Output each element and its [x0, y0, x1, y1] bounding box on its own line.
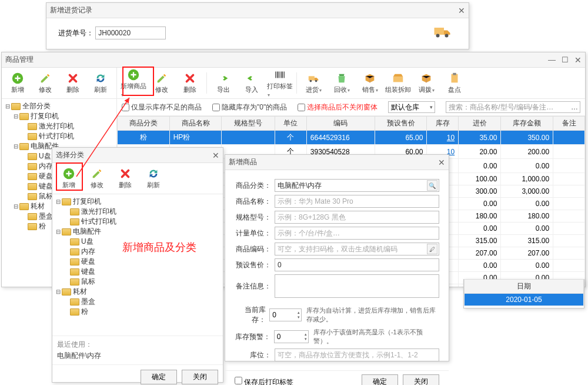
maximize-icon[interactable]: ☐	[562, 55, 569, 65]
refresh-icon	[94, 72, 107, 85]
recent-label: 最近使用：	[57, 340, 218, 350]
col-header[interactable]: 备注	[553, 117, 585, 131]
folder-icon	[19, 113, 29, 120]
delete-icon	[119, 167, 132, 180]
edit-button[interactable]: 修改	[149, 70, 175, 96]
toggle-icon[interactable]: ⊟	[12, 203, 19, 210]
col-header[interactable]: 商品名称	[169, 117, 222, 131]
transfer-button[interactable]: 调拨	[413, 70, 439, 96]
close-icon[interactable]: ✕	[438, 158, 445, 167]
folder-icon	[11, 103, 21, 110]
close-icon[interactable]: ✕	[212, 151, 219, 160]
refresh-button[interactable]: 刷新	[88, 70, 113, 96]
toggle-icon[interactable]: ⊟	[4, 103, 11, 109]
order-no-input[interactable]: JH000020	[95, 26, 166, 39]
folder-icon	[70, 218, 79, 225]
tree-node[interactable]: ⊟打复印机	[55, 197, 220, 207]
col-header[interactable]: 单位	[275, 117, 307, 131]
warehouse-select[interactable]: 默认仓库	[388, 101, 435, 113]
stock-in-icon	[307, 72, 320, 85]
save-print-cb[interactable]: 保存后打印标签	[235, 377, 293, 386]
edit-button[interactable]: 修改	[33, 70, 58, 96]
recycle-button[interactable]: 回收	[329, 70, 355, 96]
date-value[interactable]: 2020-01-05	[465, 294, 584, 306]
truck-icon	[427, 21, 457, 42]
col-header[interactable]: 库存	[427, 117, 459, 131]
tree-node[interactable]: 激光打印机	[55, 207, 220, 217]
folder-icon	[28, 223, 37, 230]
toggle-icon[interactable]: ⊟	[55, 228, 62, 235]
close-button[interactable]: 关闭	[403, 374, 439, 385]
stock-in-button[interactable]: 进货	[300, 70, 326, 96]
folder-icon	[70, 208, 79, 215]
tree-node[interactable]: 针式打印机	[55, 217, 220, 227]
tree-node[interactable]: 鼠标	[55, 277, 220, 287]
refresh-button[interactable]: 刷新	[141, 165, 166, 191]
col-header[interactable]: 编码	[306, 117, 375, 131]
toggle-icon[interactable]: ⊟	[55, 198, 62, 205]
unit-input[interactable]: 示例：个/台/件/盒…	[275, 227, 439, 240]
assemble-button[interactable]: 组装拆卸	[385, 70, 411, 96]
ok-button[interactable]: 确定	[362, 374, 398, 385]
cb-lowstock[interactable]: 仅显示库存不足的商品	[122, 102, 202, 112]
cb-keepopen[interactable]: 选择商品后不关闭窗体	[298, 102, 377, 112]
add-button[interactable]: 新增	[56, 165, 82, 191]
code-input[interactable]: 可空，支持扫码枪，双击生成随机编码🖊	[275, 243, 439, 255]
stock-spinner[interactable]: 0	[269, 308, 302, 321]
add-product-window: 新增商品 ✕ 商品分类： 电脑配件\内存🔍 商品名称： 示例：华为 Mate 3…	[225, 154, 449, 361]
cb-hidezero[interactable]: 隐藏库存为"0"的商品	[212, 102, 287, 112]
edit-button[interactable]: 修改	[84, 165, 110, 191]
tree-node[interactable]: 粉	[55, 307, 220, 317]
tree-node[interactable]: 激光打印机	[4, 121, 114, 131]
add-button[interactable]: 新增	[5, 70, 31, 96]
toggle-icon[interactable]: ⊟	[55, 288, 62, 295]
stock-link[interactable]: 10	[447, 134, 455, 142]
folder-icon	[28, 153, 37, 160]
tree-node[interactable]: ⊟打复印机	[4, 111, 114, 121]
spec-input[interactable]: 示例：8G+128G 黑色	[275, 211, 439, 224]
inventory-button[interactable]: 盘点	[442, 70, 467, 96]
import-button[interactable]: 导入	[239, 70, 265, 96]
alert-spinner[interactable]: 0	[274, 330, 309, 343]
col-header[interactable]: 进价	[459, 117, 501, 131]
tree-node[interactable]: ⊟耗材	[55, 287, 220, 297]
close-button[interactable]: 关闭	[182, 370, 218, 384]
refresh-icon	[147, 167, 160, 180]
col-header[interactable]: 商品分类	[118, 117, 170, 131]
tree-node[interactable]: ⊟全部分类	[4, 101, 114, 111]
close-icon[interactable]: ✕	[574, 55, 582, 65]
tree-node[interactable]: 键盘	[55, 267, 220, 277]
print-label-button[interactable]: 打印标签	[267, 70, 293, 96]
delete-button[interactable]: 删除	[112, 165, 138, 191]
price-input[interactable]: 0	[275, 258, 439, 271]
col-header[interactable]: 库存金额	[501, 117, 553, 131]
col-header[interactable]: 规格型号	[222, 117, 275, 131]
search-input[interactable]: 搜索：商品名称/型号/编码/备注…	[446, 101, 580, 113]
col-header[interactable]: 预设售价	[375, 117, 427, 131]
ok-button[interactable]: 确定	[141, 370, 177, 384]
export-button[interactable]: 导出	[211, 70, 236, 96]
toggle-icon[interactable]: ⊟	[12, 113, 19, 120]
date-panel: 日期 2020-01-05	[463, 279, 584, 308]
tree-node[interactable]: 墨盒	[55, 297, 220, 307]
name-input[interactable]: 示例：华为 Mate 30 Pro	[275, 195, 439, 208]
cat-toolbar: 新增修改删除刷新	[52, 163, 223, 194]
category-input[interactable]: 电脑配件\内存🔍	[275, 179, 439, 192]
pos-input[interactable]: 可空，商品存放位置方便查找，示例1-1、1-2	[275, 349, 439, 361]
tree-node[interactable]: 针式打印机	[4, 131, 114, 141]
delete-button[interactable]: 删除	[61, 70, 86, 96]
sale-button[interactable]: 销售	[357, 70, 383, 96]
add-product-button[interactable]: 新增商品	[121, 70, 146, 96]
minimize-icon[interactable]: —	[548, 55, 556, 65]
assemble-icon	[392, 72, 405, 85]
remark-input[interactable]	[275, 274, 439, 298]
tree-node[interactable]: 硬盘	[55, 257, 220, 267]
toggle-icon[interactable]: ⊟	[12, 143, 19, 150]
table-row[interactable]: 粉HP粉个664452931665.001035.00350.00	[118, 131, 585, 145]
delete-button[interactable]: 删除	[177, 70, 203, 96]
recent-value[interactable]: 电脑配件\内存	[57, 351, 218, 361]
folder-icon	[62, 288, 71, 296]
tree-node[interactable]: ⊟电脑配件	[55, 227, 220, 237]
close-icon[interactable]: ✕	[458, 6, 465, 15]
inventory-icon	[448, 72, 461, 85]
